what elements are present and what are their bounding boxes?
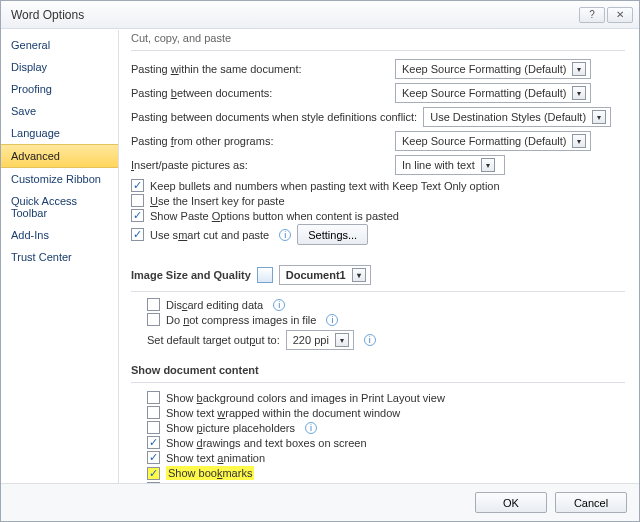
dropdown-document-scope[interactable]: Document1 ▾ (279, 265, 371, 285)
checkbox[interactable] (131, 179, 144, 192)
sidebar-item-trust-center[interactable]: Trust Center (1, 246, 118, 268)
chevron-down-icon: ▾ (572, 62, 586, 76)
check-label: Do not compress images in file (166, 314, 316, 326)
titlebar: Word Options ? ✕ (1, 1, 639, 29)
row-target-output: Set default target output to: 220 ppi ▾ … (147, 330, 625, 350)
chevron-down-icon: ▾ (481, 158, 495, 172)
dropdown-value: Keep Source Formatting (Default) (402, 87, 566, 99)
sidebar-item-save[interactable]: Save (1, 100, 118, 122)
checkbox[interactable] (147, 391, 160, 404)
row-paste-between-docs: Pasting between documents: Keep Source F… (131, 83, 625, 103)
check-show-drawings: Show drawings and text boxes on screen (147, 436, 625, 449)
dropdown-value: 220 ppi (293, 334, 329, 346)
check-show-picture-placeholders: Show picture placeholders i (147, 421, 625, 434)
dropdown-target-output[interactable]: 220 ppi ▾ (286, 330, 354, 350)
chevron-down-icon: ▾ (335, 333, 349, 347)
dropdown-paste-between-docs[interactable]: Keep Source Formatting (Default) ▾ (395, 83, 591, 103)
label: Pasting within the same document: (131, 63, 389, 75)
checkbox[interactable] (147, 406, 160, 419)
ok-button[interactable]: OK (475, 492, 547, 513)
label: Pasting between documents when style def… (131, 111, 417, 123)
row-paste-other-programs: Pasting from other programs: Keep Source… (131, 131, 625, 151)
sidebar-item-advanced[interactable]: Advanced (1, 144, 118, 168)
check-label: Show Paste Options button when content i… (150, 210, 399, 222)
check-label: Show background colors and images in Pri… (166, 392, 445, 404)
row-paste-between-style-conflict: Pasting between documents when style def… (131, 107, 625, 127)
chevron-down-icon: ▾ (572, 86, 586, 100)
section-show-document-content-title: Show document content (131, 354, 625, 383)
check-show-wrapped: Show text wrapped within the document wi… (147, 406, 625, 419)
check-do-not-compress: Do not compress images in file i (147, 313, 625, 326)
checkbox[interactable] (131, 228, 144, 241)
info-icon[interactable]: i (273, 299, 285, 311)
chevron-down-icon: ▾ (572, 134, 586, 148)
check-smart-cut-paste: Use smart cut and paste i Settings... (131, 224, 625, 245)
sidebar-item-addins[interactable]: Add-Ins (1, 224, 118, 246)
section-cut-copy-paste-title: Cut, copy, and paste (131, 30, 625, 51)
label: Pasting from other programs: (131, 135, 389, 147)
dropdown-value: Keep Source Formatting (Default) (402, 135, 566, 147)
dropdown-paste-other-programs[interactable]: Keep Source Formatting (Default) ▾ (395, 131, 591, 151)
dialog-title: Word Options (11, 8, 84, 22)
sidebar-item-qat[interactable]: Quick Access Toolbar (1, 190, 118, 224)
row-insert-paste-pictures: Insert/paste pictures as: In line with t… (131, 155, 625, 175)
document-icon (257, 267, 273, 283)
info-icon[interactable]: i (305, 422, 317, 434)
sidebar-item-proofing[interactable]: Proofing (1, 78, 118, 100)
checkbox[interactable] (147, 451, 160, 464)
check-show-paste-options: Show Paste Options button when content i… (131, 209, 625, 222)
category-sidebar: General Display Proofing Save Language A… (1, 30, 119, 483)
checkbox[interactable] (147, 421, 160, 434)
dropdown-value: Use Destination Styles (Default) (430, 111, 586, 123)
label: Insert/paste pictures as: (131, 159, 389, 171)
dropdown-value: In line with text (402, 159, 475, 171)
sidebar-item-language[interactable]: Language (1, 122, 118, 144)
word-options-dialog: Word Options ? ✕ General Display Proofin… (0, 0, 640, 522)
help-button[interactable]: ? (579, 7, 605, 23)
dropdown-paste-style-conflict[interactable]: Use Destination Styles (Default) ▾ (423, 107, 611, 127)
info-icon[interactable]: i (279, 229, 291, 241)
close-button[interactable]: ✕ (607, 7, 633, 23)
check-show-background: Show background colors and images in Pri… (147, 391, 625, 404)
check-label: Keep bullets and numbers when pasting te… (150, 180, 500, 192)
checkbox[interactable] (147, 298, 160, 311)
sidebar-item-customize-ribbon[interactable]: Customize Ribbon (1, 168, 118, 190)
check-label: Show picture placeholders (166, 422, 295, 434)
sidebar-item-display[interactable]: Display (1, 56, 118, 78)
check-label: Use smart cut and paste (150, 229, 269, 241)
check-label: Show drawings and text boxes on screen (166, 437, 367, 449)
cancel-button[interactable]: Cancel (555, 492, 627, 513)
window-buttons: ? ✕ (579, 7, 633, 23)
sidebar-item-general[interactable]: General (1, 34, 118, 56)
dialog-footer: OK Cancel (1, 483, 639, 521)
check-label: Use the Insert key for paste (150, 195, 285, 207)
check-insert-key: Use the Insert key for paste (131, 194, 625, 207)
checkbox[interactable] (147, 467, 160, 480)
check-label: Show text animation (166, 452, 265, 464)
chevron-down-icon: ▾ (352, 268, 366, 282)
checkbox[interactable] (147, 436, 160, 449)
dropdown-value: Document1 (286, 269, 346, 281)
check-label: Show bookmarks (166, 466, 254, 480)
check-label: Show text wrapped within the document wi… (166, 407, 400, 419)
check-show-text-animation: Show text animation (147, 451, 625, 464)
label: Pasting between documents: (131, 87, 389, 99)
section-image-size-quality: Image Size and Quality Document1 ▾ (131, 255, 625, 292)
section-title-text: Image Size and Quality (131, 269, 251, 281)
dropdown-insert-pictures[interactable]: In line with text ▾ (395, 155, 505, 175)
options-content[interactable]: Cut, copy, and paste Pasting within the … (119, 30, 639, 483)
chevron-down-icon: ▾ (592, 110, 606, 124)
checkbox[interactable] (147, 313, 160, 326)
check-show-bookmarks: Show bookmarks (147, 466, 625, 480)
row-paste-within-same: Pasting within the same document: Keep S… (131, 59, 625, 79)
checkbox[interactable] (131, 194, 144, 207)
dropdown-value: Keep Source Formatting (Default) (402, 63, 566, 75)
dropdown-paste-within-same[interactable]: Keep Source Formatting (Default) ▾ (395, 59, 591, 79)
label: Set default target output to: (147, 334, 280, 346)
check-label: Discard editing data (166, 299, 263, 311)
check-keep-bullets: Keep bullets and numbers when pasting te… (131, 179, 625, 192)
settings-button[interactable]: Settings... (297, 224, 368, 245)
info-icon[interactable]: i (326, 314, 338, 326)
checkbox[interactable] (131, 209, 144, 222)
info-icon[interactable]: i (364, 334, 376, 346)
